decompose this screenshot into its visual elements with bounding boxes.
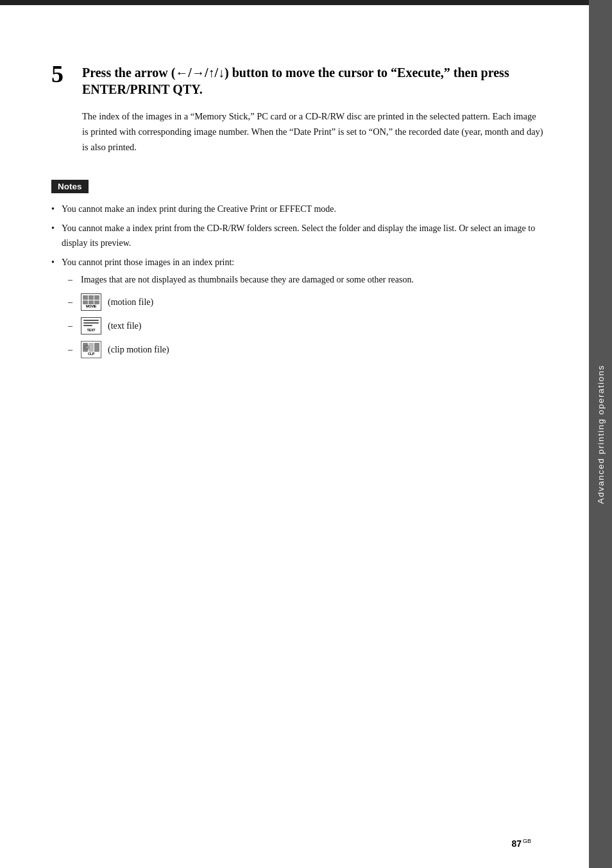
notes-list: You cannot make an index print during th… [51, 202, 544, 359]
text-file-icon: TEXT [81, 317, 101, 334]
notes-section: Notes You cannot make an index print dur… [51, 180, 544, 359]
note-item-2: You cannot make a index print from the C… [51, 221, 544, 250]
step-section: 5 Press the arrow (←/→/↑/↓) button to mo… [51, 64, 544, 155]
notes-badge: Notes [51, 180, 89, 193]
sub-list: Images that are not displayed as thumbna… [68, 272, 544, 358]
note-item-1: You cannot make an index print during th… [51, 202, 544, 216]
movie-icon-label: MOVIE [81, 304, 101, 309]
clip-file-icon: CLP [81, 341, 101, 358]
step-content: Press the arrow (←/→/↑/↓) button to move… [82, 64, 544, 155]
movie-grid [83, 295, 99, 304]
subitem-thumbnails: Images that are not displayed as thumbna… [68, 272, 544, 287]
main-content: 5 Press the arrow (←/→/↑/↓) button to mo… [0, 0, 589, 868]
sidebar-label: Advanced printing operations [596, 365, 606, 504]
text-icon-label: TEXT [81, 327, 101, 333]
step-heading: Press the arrow (←/→/↑/↓) button to move… [82, 64, 544, 98]
movie-file-icon: MOVIE [81, 293, 101, 311]
subitem-text: TEXT (text file) [68, 317, 544, 334]
subitem-clip: CLP (clip motion file) [68, 341, 544, 358]
page-footer: 87GB [0, 838, 563, 849]
note-item-3: You cannot print those images in an inde… [51, 256, 544, 358]
sidebar-right: Advanced printing operations [589, 0, 612, 868]
step-description: The index of the images in a “Memory Sti… [82, 109, 544, 155]
subitem-motion: MOVIE (motion file) [68, 293, 544, 311]
clip-icon-label: CLP [81, 351, 101, 357]
movie-icon-graphic [83, 295, 99, 304]
top-bar [0, 0, 589, 5]
page-number: 87GB [511, 838, 531, 849]
step-number: 5 [51, 62, 71, 86]
